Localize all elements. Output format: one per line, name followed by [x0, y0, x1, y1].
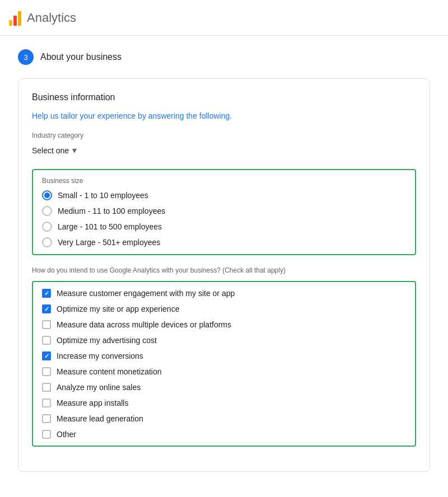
industry-label: Industry category: [32, 132, 416, 139]
step-label: About your business: [40, 52, 122, 62]
usage-question-label: How do you intend to use Google Analytic…: [32, 266, 416, 274]
app-header: Analytics: [0, 0, 448, 36]
checkbox-item-multiple-devices[interactable]: Measure data across multiple devices or …: [42, 320, 406, 329]
radio-medium-label: Medium - 11 to 100 employees: [58, 207, 165, 215]
usage-checkboxes-section: Measure customer engagement with my site…: [32, 281, 416, 447]
bar-chart-bar3: [18, 11, 21, 26]
checkbox-item-customer-engagement[interactable]: Measure customer engagement with my site…: [42, 289, 406, 298]
checkbox-advertising-cost[interactable]: [42, 336, 51, 345]
checkbox-lead-generation-label: Measure lead generation: [57, 414, 143, 423]
card-title: Business information: [32, 92, 416, 102]
radio-item-very-large[interactable]: Very Large - 501+ employees: [42, 237, 406, 247]
checkbox-app-installs-label: Measure app installs: [57, 398, 128, 407]
app-logo: Analytics: [9, 10, 76, 26]
checkbox-app-installs[interactable]: [42, 398, 51, 407]
checkbox-item-monetization[interactable]: Measure content monetization: [42, 367, 406, 376]
step-indicator: 3 About your business: [18, 49, 430, 65]
business-size-label: Business size: [42, 177, 406, 185]
checkbox-multiple-devices-label: Measure data across multiple devices or …: [57, 320, 231, 329]
radio-large[interactable]: [42, 222, 52, 232]
radio-small[interactable]: [42, 190, 52, 200]
main-content: 3 About your business Business informati…: [0, 36, 448, 497]
chevron-down-icon: ▾: [72, 145, 77, 156]
checkbox-online-sales-label: Analyze my online sales: [57, 383, 141, 392]
bar-chart-bar2: [13, 16, 17, 26]
checkbox-conversions-label: Increase my conversions: [57, 351, 143, 360]
checkbox-other-label: Other: [57, 430, 76, 439]
checkbox-online-sales[interactable]: [42, 383, 51, 392]
checkbox-item-lead-generation[interactable]: Measure lead generation: [42, 414, 406, 423]
radio-item-medium[interactable]: Medium - 11 to 100 employees: [42, 206, 406, 216]
checkbox-conversions[interactable]: [42, 351, 51, 360]
bar-chart-bar1: [9, 20, 12, 26]
radio-medium[interactable]: [42, 206, 52, 216]
checkbox-other[interactable]: [42, 430, 51, 439]
industry-dropdown[interactable]: Select one ▾: [32, 143, 416, 158]
checkbox-optimize-experience-label: Optimize my site or app experience: [57, 304, 179, 313]
app-title: Analytics: [27, 11, 76, 25]
business-size-section: Business size Small - 1 to 10 employees …: [32, 169, 416, 255]
checkbox-item-app-installs[interactable]: Measure app installs: [42, 398, 406, 407]
checkbox-customer-engagement[interactable]: [42, 289, 51, 298]
analytics-icon: [9, 10, 21, 26]
checkbox-advertising-cost-label: Optimize my advertising cost: [57, 336, 157, 345]
checkbox-item-advertising-cost[interactable]: Optimize my advertising cost: [42, 336, 406, 345]
checkbox-customer-engagement-label: Measure customer engagement with my site…: [57, 289, 235, 298]
checkbox-multiple-devices[interactable]: [42, 320, 51, 329]
radio-large-label: Large - 101 to 500 employees: [58, 222, 162, 231]
industry-select-value: Select one: [32, 146, 69, 155]
checkbox-monetization-label: Measure content monetization: [57, 367, 162, 376]
checkbox-item-other[interactable]: Other: [42, 430, 406, 439]
radio-item-large[interactable]: Large - 101 to 500 employees: [42, 222, 406, 232]
checkbox-monetization[interactable]: [42, 367, 51, 376]
checkbox-lead-generation[interactable]: [42, 414, 51, 423]
radio-very-large-label: Very Large - 501+ employees: [58, 238, 160, 247]
checkbox-item-optimize-experience[interactable]: Optimize my site or app experience: [42, 304, 406, 313]
checkbox-optimize-experience[interactable]: [42, 304, 51, 313]
radio-very-large[interactable]: [42, 237, 52, 247]
help-text: Help us tailor your experience by answer…: [32, 111, 416, 120]
radio-small-label: Small - 1 to 10 employees: [58, 191, 148, 200]
step-number: 3: [18, 49, 34, 65]
checkbox-item-online-sales[interactable]: Analyze my online sales: [42, 383, 406, 392]
business-info-card: Business information Help us tailor your…: [18, 78, 430, 472]
radio-item-small[interactable]: Small - 1 to 10 employees: [42, 190, 406, 200]
checkbox-item-conversions[interactable]: Increase my conversions: [42, 351, 406, 360]
business-size-radio-group: Small - 1 to 10 employees Medium - 11 to…: [42, 190, 406, 247]
